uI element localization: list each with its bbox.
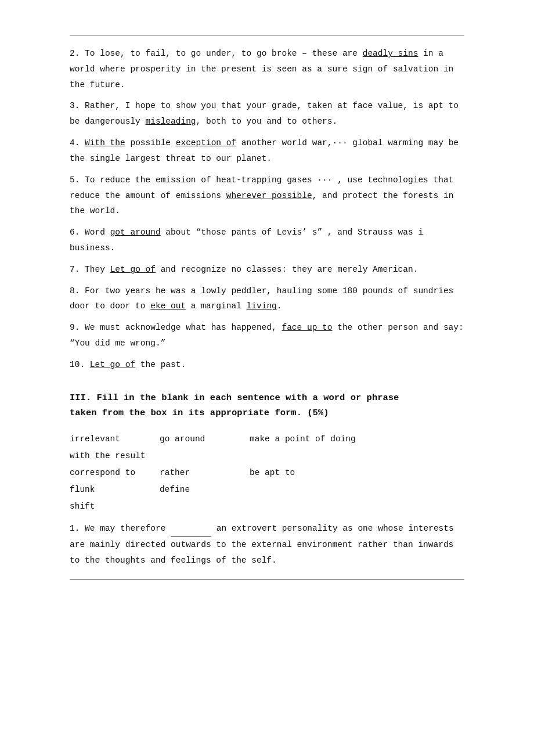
item-6: 6. Word got around about “those pants of… [70,225,464,256]
word-irrelevant: irrelevant [70,431,160,448]
item-10-text-2: the past. [135,360,186,369]
word-go-around: go around [160,431,250,448]
item-2-text-1: To lose, to fail, to go under, to go bro… [85,49,363,58]
word-flunk: flunk [70,481,160,498]
item-7-text-2: and recognize no classes: they are merel… [156,265,418,274]
item-2-underline-1: deadly sins [363,49,418,58]
fill-item-1-text-before: We may therefore [85,524,171,533]
item-3-text-2: , both to you and to others. [196,117,338,126]
item-4-text-2: possible [125,138,176,147]
item-4-underline-2: exception of [176,138,236,147]
item-9-number: 9. [70,323,80,332]
word-box-row2: correspond to rather be apt to flunk def… [70,465,464,498]
item-7-text-1: They [85,265,110,274]
item-7: 7. They Let go of and recognize no class… [70,262,464,278]
word-correspond-to: correspond to [70,465,160,481]
item-4-number: 4. [70,138,80,147]
item-8-underline-1: eke out [150,301,186,311]
item-8-number: 8. [70,286,80,296]
item-6-text-1: Word [85,228,110,237]
item-8-text-2: a marginal [186,301,246,311]
item-2: 2. To lose, to fail, to go under, to go … [70,46,464,92]
word-define: define [160,481,250,498]
item-6-number: 6. [70,228,80,237]
item-8-underline-2: living [247,301,277,311]
top-divider [70,35,464,35]
section-iii-heading: III. Fill in the blank in each sentence … [70,390,464,421]
word-be-apt-to: be apt to [250,465,377,481]
item-3-underline-1: misleading [146,117,196,126]
item-10-underline-1: Let go of [90,360,135,369]
item-10-number: 10. [70,360,85,369]
word-box-row1: irrelevant go around make a point of doi… [70,431,464,465]
item-5-number: 5. [70,175,80,185]
item-7-underline-1: Let go of [110,265,156,274]
section-heading-line1: III. Fill in the blank in each sentence … [70,390,464,405]
bottom-divider [70,579,464,579]
item-3: 3. Rather, I hope to show you that your … [70,98,464,129]
fill-item-1-blank [171,521,211,537]
item-7-number: 7. [70,265,80,274]
fill-item-1-number: 1. [70,524,80,533]
content-area: 2. To lose, to fail, to go under, to go … [70,46,464,568]
word-box: irrelevant go around make a point of doi… [70,431,464,515]
word-rather: rather [160,465,250,481]
item-9: 9. We must acknowledge what has happened… [70,320,464,351]
item-4: 4. With the possible exception of anothe… [70,135,464,167]
item-3-number: 3. [70,101,80,110]
section-heading-line2: taken from the box in its appropriate fo… [70,405,464,420]
item-8-text-3: . [277,301,282,311]
item-4-underline-1: With the [85,138,125,147]
word-shift: shift [70,498,160,515]
item-10: 10. Let go of the past. [70,357,464,373]
item-2-number: 2. [70,49,80,58]
item-6-underline-1: got around [110,228,161,237]
word-make-a-point: make a point of doing [250,431,377,448]
word-with-the-result: with the result [70,448,160,465]
item-9-text-1: We must acknowledge what has happened, [85,323,282,332]
fill-item-1: 1. We may therefore an extrovert persona… [70,521,464,568]
item-5-underline-1: wherever possible [226,191,312,200]
word-box-row3: shift [70,498,464,515]
page: 2. To lose, to fail, to go under, to go … [0,0,534,756]
item-9-underline-1: face up to [282,323,332,332]
item-8: 8. For two years he was a lowly peddler,… [70,283,464,315]
item-5: 5. To reduce the emission of heat-trappi… [70,172,464,219]
